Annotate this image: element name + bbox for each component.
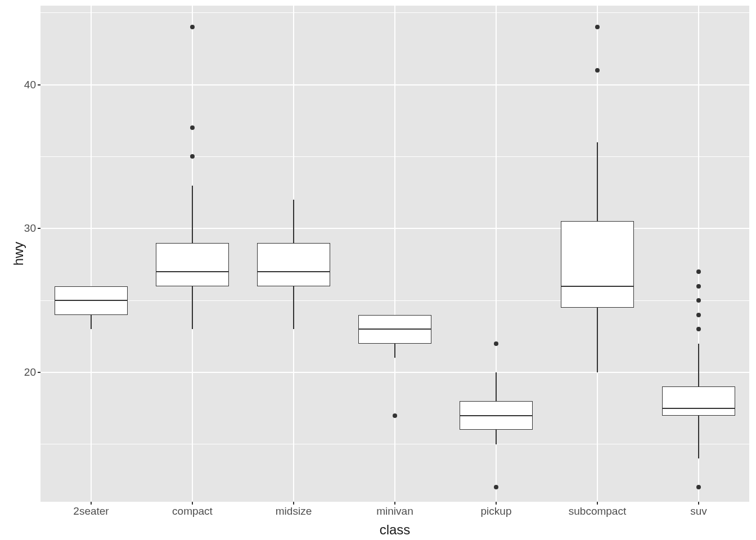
x-tick-label: compact — [172, 505, 213, 518]
whisker-upper — [192, 186, 193, 243]
x-tick-mark — [597, 502, 598, 505]
x-tick-label: minivan — [376, 505, 413, 518]
whisker-lower — [597, 308, 598, 372]
whisker-lower — [394, 344, 395, 358]
x-tick-label: suv — [690, 505, 707, 518]
plot-wrapper: hwy class 2030402seatercompactmidsizemin… — [0, 0, 756, 540]
whisker-lower — [192, 286, 193, 330]
x-tick-label: pickup — [481, 505, 512, 518]
gridline-major-x — [394, 6, 395, 502]
x-tick-mark — [496, 502, 497, 505]
outlier-point — [190, 154, 195, 159]
y-tick-mark — [38, 228, 40, 229]
outlier-point — [494, 485, 498, 489]
y-tick-label: 20 — [0, 366, 36, 379]
outlier-point — [696, 485, 701, 489]
whisker-upper — [293, 200, 294, 243]
gridline-major-x — [91, 6, 92, 502]
outlier-point — [696, 284, 701, 289]
x-tick-mark — [698, 502, 699, 505]
outlier-point — [595, 25, 600, 29]
whisker-upper — [698, 344, 699, 387]
outlier-point — [494, 341, 498, 346]
outlier-point — [696, 327, 701, 331]
outlier-point — [190, 25, 195, 29]
x-tick-mark — [192, 502, 193, 505]
plot-panel — [40, 6, 749, 502]
y-tick-label: 40 — [0, 79, 36, 91]
median-line — [460, 415, 533, 416]
median-line — [55, 300, 128, 301]
median-line — [662, 408, 735, 409]
y-tick-mark — [38, 84, 40, 86]
x-tick-label: midsize — [276, 505, 312, 518]
x-axis-label: class — [40, 522, 749, 538]
whisker-lower — [496, 430, 497, 444]
y-axis-label: hwy — [11, 242, 26, 266]
x-tick-mark — [293, 502, 294, 505]
whisker-lower — [293, 286, 294, 330]
outlier-point — [696, 298, 701, 303]
box — [561, 221, 634, 307]
outlier-point — [595, 68, 600, 73]
median-line — [561, 286, 634, 287]
median-line — [257, 271, 330, 272]
box — [257, 243, 330, 286]
median-line — [156, 271, 229, 272]
median-line — [358, 328, 431, 330]
whisker-lower — [698, 416, 699, 459]
box — [156, 243, 229, 286]
outlier-point — [393, 413, 397, 418]
x-tick-label: subcompact — [569, 505, 626, 518]
outlier-point — [190, 125, 195, 130]
x-tick-label: 2seater — [73, 505, 109, 518]
outlier-point — [696, 269, 701, 274]
outlier-point — [696, 313, 701, 317]
y-tick-label: 30 — [0, 222, 36, 235]
whisker-upper — [597, 142, 598, 222]
box — [662, 386, 735, 415]
x-tick-mark — [394, 502, 395, 505]
y-tick-mark — [38, 372, 40, 373]
whisker-lower — [91, 315, 92, 330]
x-tick-mark — [91, 502, 92, 505]
whisker-upper — [496, 372, 497, 401]
